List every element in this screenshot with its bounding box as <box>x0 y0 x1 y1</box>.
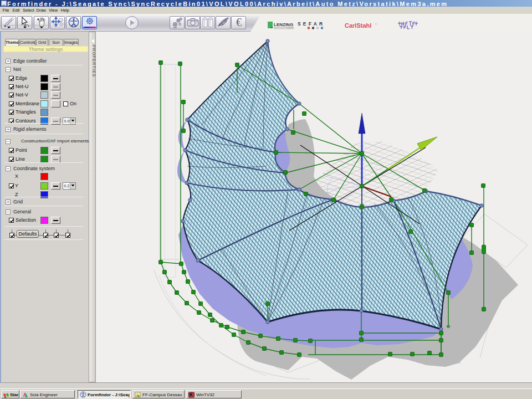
svg-text:€: € <box>236 17 242 28</box>
svg-text:CarlStahl: CarlStahl <box>345 22 371 29</box>
svg-text:PLASTICS: PLASTICS <box>275 27 287 29</box>
svg-text:®: ® <box>375 23 377 25</box>
svg-text:SEFAR: SEFAR <box>298 21 325 27</box>
